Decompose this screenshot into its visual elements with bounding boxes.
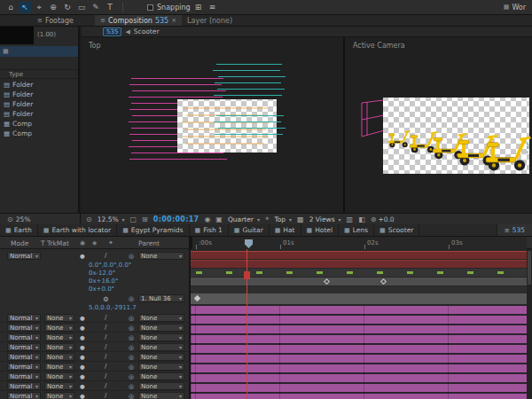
comp-tab[interactable]: ▦ Egypt Pyramids: [117, 224, 189, 236]
pickwhip-icon[interactable]: ◎: [129, 383, 134, 390]
column-trkmat[interactable]: T TrkMat: [41, 239, 69, 247]
region-of-interest-icon[interactable]: ⌖: [265, 215, 270, 223]
project-item[interactable]: ▤ Folder: [0, 90, 78, 99]
quality-switch-icon[interactable]: /: [105, 382, 106, 389]
quality-switch-icon[interactable]: /: [105, 324, 106, 331]
back-icon[interactable]: ◀: [125, 28, 129, 35]
track-matte-dropdown[interactable]: None ▾: [44, 363, 74, 371]
menu-icon[interactable]: ≡: [37, 17, 43, 24]
keyframe-icon[interactable]: [380, 278, 387, 285]
parent-dropdown[interactable]: None ▾: [138, 252, 184, 260]
blend-mode-dropdown[interactable]: Normal ▾: [7, 392, 41, 399]
blend-mode-dropdown[interactable]: Normal ▾: [7, 314, 41, 322]
comp-tab[interactable]: ▦ Earth: [0, 224, 38, 236]
quality-switch-icon[interactable]: /: [105, 343, 106, 350]
quality-switch-icon[interactable]: /: [105, 314, 106, 321]
blend-mode-dropdown[interactable]: Normal ▾: [7, 382, 41, 390]
tool-icon[interactable]: T: [104, 2, 116, 13]
eye-icon[interactable]: ●: [80, 344, 85, 351]
parent-dropdown[interactable]: None ▾: [138, 333, 184, 341]
timecode[interactable]: 0:00:00:17: [153, 215, 200, 223]
zoom-dropdown[interactable]: 12.5% ▾: [98, 215, 125, 223]
project-item[interactable]: ▤ Folder: [0, 99, 78, 109]
parent-dropdown[interactable]: None ▾: [138, 392, 184, 399]
menu-icon[interactable]: ≡: [207, 2, 219, 13]
resolution-dropdown[interactable]: Quarter ▾: [228, 215, 260, 223]
parent-dropdown[interactable]: None ▾: [138, 363, 184, 371]
pickwhip-icon[interactable]: ◎: [129, 295, 134, 302]
active-camera-canvas[interactable]: [346, 37, 532, 213]
timeline-tab-535[interactable]: ≡ 535: [497, 224, 532, 236]
pickwhip-icon[interactable]: ◎: [129, 253, 134, 260]
tool-icon[interactable]: ▭: [75, 2, 88, 13]
comp-tab[interactable]: ▦ Hat: [270, 224, 301, 236]
eye-icon[interactable]: ●: [80, 383, 85, 390]
blend-mode-dropdown[interactable]: Normal ▾: [7, 343, 41, 351]
comp-tab[interactable]: ▦ Lens: [339, 224, 374, 236]
blend-mode-dropdown[interactable]: Normal ▾: [7, 333, 41, 341]
quality-switch-icon[interactable]: /: [105, 363, 106, 370]
tool-icon[interactable]: ⊕: [47, 2, 59, 13]
layer-row[interactable]: Normal ▾ None ▾ ● / ◎ None ▾: [0, 372, 189, 381]
project-item[interactable]: ▤ Folder: [0, 80, 78, 90]
grid-guides-icon[interactable]: ⊞: [142, 215, 148, 223]
pickwhip-icon[interactable]: ◎: [129, 344, 134, 351]
roi-icon[interactable]: ▢: [130, 215, 137, 223]
eye-icon[interactable]: ●: [80, 253, 85, 260]
track-matte-dropdown[interactable]: None ▾: [44, 392, 74, 399]
breadcrumb[interactable]: Scooter: [134, 27, 160, 35]
blend-mode-dropdown[interactable]: Normal ▾: [7, 324, 41, 332]
keyframe-markers-row[interactable]: [191, 269, 532, 277]
rotation-keyframe-lane[interactable]: [191, 278, 532, 286]
position-keyframe-lane[interactable]: [191, 293, 532, 304]
position-value[interactable]: 5.0,0.0,-2911.7: [89, 304, 137, 312]
layer-row[interactable]: Normal ▾ None ▾ ● / ◎ None ▾: [0, 381, 189, 391]
snapping-toggle[interactable]: Snapping: [147, 4, 191, 12]
snapshot-icon[interactable]: ◉: [204, 215, 210, 223]
orientation-value[interactable]: 0.0°,0.0°,0.0°: [89, 262, 131, 270]
keyframe-icon[interactable]: [194, 295, 200, 301]
quality-switch-icon[interactable]: /: [105, 372, 106, 379]
layer-row[interactable]: Normal ▾ None ▾ ● / ◎ None ▾: [0, 342, 189, 352]
tab-composition[interactable]: ≡ Composition 535 ×: [95, 15, 182, 26]
pickwhip-icon[interactable]: ◎: [129, 364, 134, 371]
pickwhip-icon[interactable]: ◎: [129, 325, 134, 332]
current-time-indicator-handle[interactable]: [244, 271, 250, 279]
blend-mode-dropdown[interactable]: Normal ▾: [7, 372, 41, 380]
tool-icon[interactable]: ⌂: [4, 2, 17, 13]
pickwhip-icon[interactable]: ◎: [129, 393, 134, 399]
channels-icon[interactable]: ▣: [215, 215, 223, 223]
parent-dropdown[interactable]: 1. Null 36 ▾: [138, 294, 184, 302]
comp-tab[interactable]: ▦ Fish 1: [190, 224, 229, 236]
layer-bar-red-1[interactable]: [191, 251, 532, 259]
pickwhip-icon[interactable]: ◎: [129, 334, 134, 341]
eye-icon[interactable]: ●: [80, 393, 85, 399]
layer-row-null-parent[interactable]: ⚙ ◎ 1. Null 36 ▾: [0, 293, 189, 304]
transparency-grid-icon[interactable]: ▩: [297, 215, 304, 223]
comp-tab[interactable]: ▦ Scooter: [374, 224, 419, 236]
view-layout-dropdown[interactable]: 2 Views ▾: [309, 215, 341, 223]
close-icon[interactable]: ×: [171, 17, 176, 24]
fast-previews-icon[interactable]: ◧: [358, 215, 365, 223]
flowchart-comp-chip[interactable]: 535: [103, 27, 121, 36]
project-item[interactable]: ▤ Folder: [0, 109, 78, 119]
project-column-header[interactable]: Type: [0, 69, 78, 79]
layer-row[interactable]: Normal ▾ None ▾ ● / ◎ None ▾: [0, 362, 189, 372]
timeline-scrollbar[interactable]: [527, 249, 532, 399]
blend-mode-dropdown[interactable]: Normal ▾: [7, 252, 41, 260]
z-rotation-value[interactable]: 0x+0.0°: [89, 286, 114, 293]
comp-tab[interactable]: ▦ Hotel: [301, 224, 340, 236]
exposure-control[interactable]: ⊛ +0.0: [371, 215, 395, 223]
eye-icon[interactable]: ●: [80, 354, 85, 361]
tool-icon[interactable]: ↻: [61, 2, 74, 13]
eye-icon[interactable]: ●: [80, 364, 85, 371]
tab-layer[interactable]: Layer (none): [182, 15, 238, 26]
quality-switch-icon[interactable]: /: [105, 252, 106, 259]
snapping-checkbox[interactable]: [147, 4, 153, 11]
tool-icon[interactable]: ✎: [90, 2, 102, 13]
layer-row-selected[interactable]: Normal ▾ ● / ◎ None ▾: [0, 251, 189, 261]
layer-row[interactable]: Normal ▾ None ▾ ● / ◎ None ▾: [0, 391, 189, 399]
eye-icon[interactable]: ●: [80, 325, 85, 332]
parent-dropdown[interactable]: None ▾: [138, 324, 184, 332]
layer-row[interactable]: Normal ▾ None ▾ ● / ◎ None ▾: [0, 332, 189, 342]
